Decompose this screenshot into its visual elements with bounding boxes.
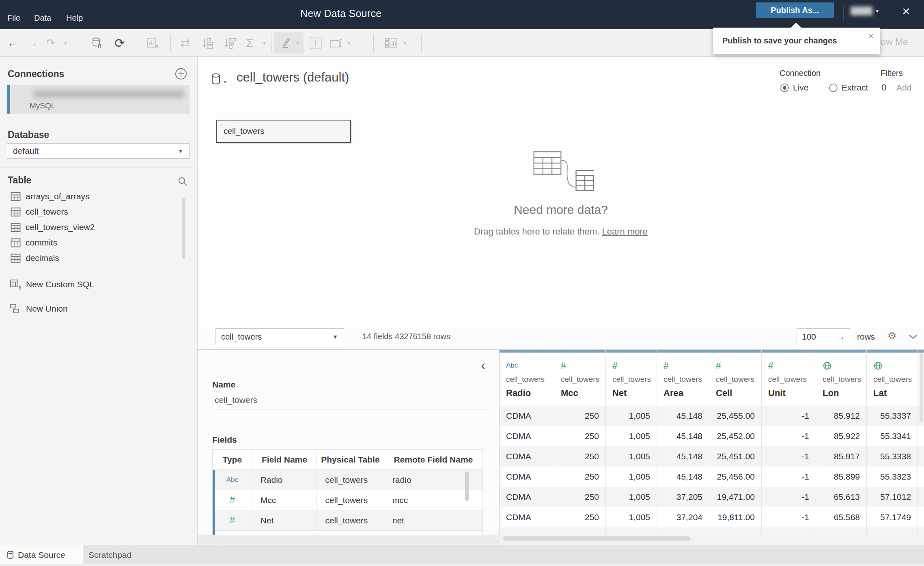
user-caret-down-icon[interactable]: ▾ (876, 7, 879, 15)
column-table-label: cell_towers (663, 375, 702, 384)
grid-column-header[interactable]: # cell_towers Net (606, 350, 657, 405)
menu-help[interactable]: Help (66, 13, 83, 23)
fit-caret-icon[interactable]: ▾ (347, 35, 350, 51)
name-value-field[interactable]: cell_towers (215, 395, 257, 405)
tab-scratchpad[interactable]: Scratchpad (83, 545, 221, 564)
fields-label: Fields (212, 435, 237, 445)
column-field-name: Net (612, 388, 627, 398)
fields-row[interactable]: Abc Radio cell_towers radio (213, 470, 482, 490)
learn-more-link[interactable]: Learn more (602, 226, 648, 237)
live-radio[interactable] (780, 84, 789, 92)
table-list-item[interactable]: cell_towers_view2 (0, 220, 198, 235)
grid-cell: -1 (762, 467, 816, 487)
replay-icon[interactable]: ↷ (46, 35, 56, 51)
show-me-caret-icon[interactable]: ▾ (403, 35, 406, 51)
grid-column-header[interactable]: # cell_towers Unit (762, 350, 816, 405)
relate-tables-illustration (533, 151, 594, 198)
table-list-item[interactable]: cell_towers (0, 204, 198, 220)
number-type-icon: # (768, 360, 773, 371)
connection-label: Connection (780, 69, 821, 78)
grid-cell: 250 (554, 467, 606, 487)
column-accent-bar (762, 350, 816, 353)
publish-as-button[interactable]: Publish As... (756, 2, 834, 18)
totals-icon[interactable]: Σ (246, 35, 254, 51)
canvas-table-node[interactable]: cell_towers (216, 120, 351, 143)
clear-sheet-icon[interactable] (147, 35, 159, 51)
grid-column-header[interactable]: # cell_towers Area (657, 350, 709, 405)
grid-column-header[interactable]: cell_towers Lat (867, 350, 918, 405)
add-connection-icon[interactable] (175, 68, 187, 82)
preview-table-select[interactable]: cell_towers ▼ (215, 328, 344, 345)
grid-cell: 1,005 (606, 467, 657, 487)
highlight-caret-icon[interactable]: ▾ (296, 35, 299, 51)
highlight-icon[interactable] (279, 35, 291, 51)
row-limit-input[interactable]: 100 → (797, 328, 850, 345)
extract-radio[interactable] (829, 84, 838, 92)
grid-cell: 19,863.00 (709, 527, 762, 535)
swap-rows-columns-icon[interactable]: ⇄ (180, 35, 190, 51)
grid-column-header[interactable]: # cell_towers Cell (709, 350, 762, 405)
fields-row[interactable]: # Mcc cell_towers mcc (213, 490, 482, 510)
grid-column-header[interactable]: # cell_towers Mcc (554, 350, 606, 405)
grid-horizontal-scrollbar[interactable] (503, 536, 690, 541)
table-list-item[interactable]: decimals (0, 250, 198, 266)
apply-row-limit-icon[interactable]: → (837, 332, 845, 342)
datasource-title[interactable]: cell_towers (default) (237, 70, 349, 85)
column-field-name: Area (663, 388, 683, 398)
grid-column-header[interactable]: cell_towers Lon (816, 350, 867, 405)
grid-cell: -1 (762, 406, 816, 426)
menu-file[interactable]: File (7, 13, 20, 23)
grid-cell: 250 (554, 527, 606, 535)
datasource-caret-down-icon[interactable]: ▾ (224, 78, 226, 85)
new-union-button[interactable]: New Union (0, 301, 198, 317)
column-table-label: cell_towers (873, 375, 912, 384)
data-preview-toolbar: cell_towers ▼ 14 fields 43276158 rows 10… (198, 324, 924, 350)
fields-header-row: TypeField NamePhysical TableRemote Field… (213, 450, 482, 470)
grid-column-header[interactable]: Abc cell_towers Radio (500, 350, 554, 405)
grid-vertical-scrollbar[interactable] (920, 353, 923, 422)
database-select[interactable]: default ▼ (7, 143, 190, 159)
extract-radio-group: Extract (829, 83, 868, 93)
totals-caret-icon[interactable]: ▾ (263, 35, 266, 51)
tab-data-source[interactable]: Data Source (0, 545, 83, 564)
table-list-item[interactable]: arrays_of_arrays (0, 189, 198, 204)
table-list-item-label: cell_towers (26, 207, 68, 217)
menu-data[interactable]: Data (34, 13, 51, 23)
filters-add-link[interactable]: Add (896, 83, 911, 93)
table-list-item-label: commits (26, 238, 57, 247)
fit-selector-icon[interactable] (330, 35, 343, 51)
fields-row[interactable]: # Net cell_towers net (213, 510, 482, 531)
text-label-icon[interactable]: T (309, 35, 322, 51)
sort-ascending-icon[interactable] (202, 35, 214, 51)
preview-settings-gear-icon[interactable]: ⚙ (887, 330, 896, 342)
column-accent-bar (867, 350, 918, 353)
undo-icon[interactable]: ← (7, 35, 18, 51)
column-table-label: cell_towers (561, 375, 599, 384)
sort-descending-icon[interactable] (224, 35, 236, 51)
field-accent-bar (213, 470, 215, 490)
table-search-icon[interactable] (177, 176, 188, 188)
preview-table-selected: cell_towers (221, 332, 262, 342)
fields-table-scrollbar[interactable] (465, 471, 469, 501)
grid-cell: 85.912 (816, 406, 867, 426)
grid-cell: -1 (762, 426, 816, 446)
pause-updates-icon[interactable] (92, 35, 102, 51)
redo-icon[interactable]: → (27, 35, 38, 51)
window-close-icon[interactable]: × (902, 4, 910, 18)
table-list-item[interactable]: commits (0, 235, 198, 250)
connection-item[interactable]: MySQL (7, 85, 190, 114)
name-field-underline (212, 409, 486, 409)
replay-caret-icon[interactable]: ▾ (64, 35, 67, 51)
show-me-icon[interactable] (385, 35, 398, 51)
tooltip-arrow (790, 23, 802, 28)
new-custom-sql-button[interactable]: ⚙ New Custom SQL (0, 276, 198, 293)
database-caret-down-icon: ▼ (178, 148, 183, 154)
table-icon (11, 223, 21, 232)
refresh-icon[interactable]: ⟳ (114, 35, 125, 51)
table-list-scrollbar[interactable] (182, 198, 185, 259)
panel-collapse-chevron-icon[interactable]: ‹ (481, 357, 485, 373)
user-account-chip[interactable] (851, 6, 872, 15)
grid-row: CDMA2501,00545,14825,456.00-185.89955.33… (500, 467, 924, 487)
tooltip-close-icon[interactable]: × (868, 30, 874, 42)
preview-collapse-chevron-icon[interactable] (909, 334, 918, 341)
